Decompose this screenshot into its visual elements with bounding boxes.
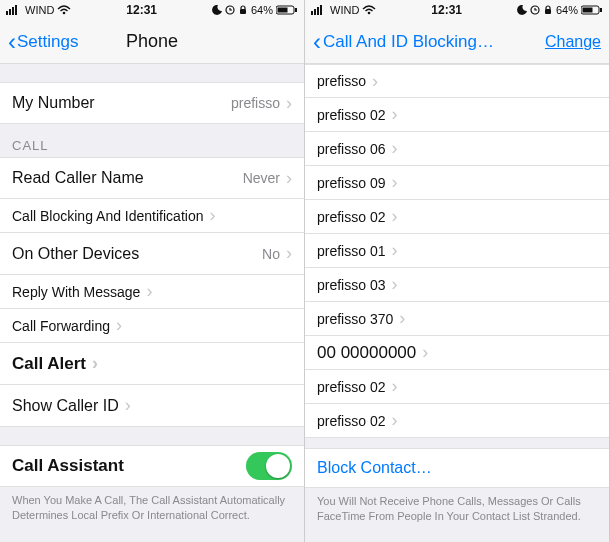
list-item[interactable]: prefisso 03› bbox=[305, 268, 609, 302]
label: prefisso 03 bbox=[317, 277, 385, 293]
signal-icon bbox=[6, 5, 22, 15]
chevron-right-icon: › bbox=[391, 240, 397, 261]
svg-rect-9 bbox=[295, 8, 297, 12]
blocked-list: prefisso› prefisso 02› prefisso 06› pref… bbox=[305, 64, 609, 542]
list-item[interactable]: prefisso 01› bbox=[305, 234, 609, 268]
carrier-label: WIND bbox=[330, 4, 359, 16]
list-item[interactable]: prefisso 06› bbox=[305, 132, 609, 166]
row-call-assistant[interactable]: Call Assistant bbox=[0, 445, 304, 487]
row-call-alert[interactable]: Call Alert › bbox=[0, 343, 304, 385]
phone-right: WIND 12:31 64% ‹ Call And ID Blocking… C… bbox=[305, 0, 610, 542]
label: Call Forwarding bbox=[12, 318, 110, 334]
label: prefisso 06 bbox=[317, 141, 385, 157]
svg-rect-19 bbox=[600, 8, 602, 12]
value: prefisso bbox=[231, 95, 280, 111]
section-header-calls: CALL bbox=[0, 124, 304, 157]
wifi-icon bbox=[362, 5, 376, 15]
row-my-number[interactable]: My Number prefisso › bbox=[0, 82, 304, 124]
status-time: 12:31 bbox=[431, 3, 462, 17]
label: Show Caller ID bbox=[12, 397, 119, 415]
chevron-right-icon: › bbox=[286, 93, 292, 114]
change-button[interactable]: Change bbox=[545, 33, 601, 51]
nav-bar: ‹ Call And ID Blocking… Change bbox=[305, 20, 609, 64]
row-other-devices[interactable]: On Other Devices No › bbox=[0, 233, 304, 275]
svg-rect-12 bbox=[317, 7, 319, 15]
battery-text: 64% bbox=[251, 4, 273, 16]
svg-rect-16 bbox=[545, 9, 551, 14]
carrier-label: WIND bbox=[25, 4, 54, 16]
chevron-right-icon: › bbox=[391, 104, 397, 125]
chevron-right-icon: › bbox=[146, 281, 152, 302]
chevron-right-icon: › bbox=[399, 308, 405, 329]
list-item[interactable]: prefisso 02› bbox=[305, 370, 609, 404]
label: prefisso 02 bbox=[317, 107, 385, 123]
phone-left: WIND 12:31 64% ‹ Settings Phone My Numbe… bbox=[0, 0, 305, 542]
label: My Number bbox=[12, 94, 95, 112]
list-item[interactable]: prefisso 370› bbox=[305, 302, 609, 336]
chevron-right-icon: › bbox=[391, 138, 397, 159]
chevron-right-icon: › bbox=[422, 342, 428, 363]
footer-text: When You Make A Call, The Call Assistant… bbox=[0, 487, 304, 533]
chevron-right-icon: › bbox=[209, 205, 215, 226]
content: My Number prefisso › CALL Read Caller Na… bbox=[0, 64, 304, 542]
chevron-right-icon: › bbox=[92, 353, 98, 374]
list-item[interactable]: prefisso 02› bbox=[305, 404, 609, 438]
battery-text: 64% bbox=[556, 4, 578, 16]
moon-icon bbox=[212, 5, 222, 15]
label: Reply With Message bbox=[12, 284, 140, 300]
svg-rect-8 bbox=[278, 8, 288, 13]
nav-bar: ‹ Settings Phone bbox=[0, 20, 304, 64]
value: Never bbox=[243, 170, 280, 186]
block-contact-button[interactable]: Block Contact… bbox=[305, 448, 609, 488]
svg-rect-2 bbox=[12, 7, 14, 15]
label: Call Alert bbox=[12, 354, 86, 374]
svg-rect-13 bbox=[320, 5, 322, 15]
row-call-forwarding[interactable]: Call Forwarding › bbox=[0, 309, 304, 343]
list-item[interactable]: 00 00000000› bbox=[305, 336, 609, 370]
svg-rect-1 bbox=[9, 9, 11, 15]
label: prefisso 370 bbox=[317, 311, 393, 327]
chevron-left-icon: ‹ bbox=[8, 30, 16, 54]
footer-text: You Will Not Receive Phone Calls, Messag… bbox=[305, 488, 609, 534]
label: 00 00000000 bbox=[317, 343, 416, 363]
wifi-icon bbox=[57, 5, 71, 15]
list-item[interactable]: prefisso 02› bbox=[305, 98, 609, 132]
svg-rect-0 bbox=[6, 11, 8, 15]
value: No bbox=[262, 246, 280, 262]
lock-icon bbox=[543, 5, 553, 15]
page-title: Call And ID Blocking… bbox=[323, 32, 494, 52]
moon-icon bbox=[517, 5, 527, 15]
call-assistant-switch[interactable] bbox=[246, 452, 292, 480]
row-show-caller-id[interactable]: Show Caller ID › bbox=[0, 385, 304, 427]
label: On Other Devices bbox=[12, 245, 139, 263]
label: prefisso 02 bbox=[317, 209, 385, 225]
row-call-blocking[interactable]: Call Blocking And Identification › bbox=[0, 199, 304, 233]
label: prefisso bbox=[317, 73, 366, 89]
chevron-right-icon: › bbox=[125, 395, 131, 416]
list-item[interactable]: prefisso 09› bbox=[305, 166, 609, 200]
svg-rect-18 bbox=[583, 8, 593, 13]
list-item[interactable]: prefisso 02› bbox=[305, 200, 609, 234]
chevron-right-icon: › bbox=[391, 206, 397, 227]
back-button[interactable]: ‹ Settings bbox=[8, 30, 78, 54]
chevron-right-icon: › bbox=[391, 274, 397, 295]
list-item[interactable]: prefisso› bbox=[305, 64, 609, 98]
svg-rect-10 bbox=[311, 11, 313, 15]
label: prefisso 01 bbox=[317, 243, 385, 259]
row-read-caller-name[interactable]: Read Caller Name Never › bbox=[0, 157, 304, 199]
alarm-icon bbox=[530, 5, 540, 15]
svg-rect-3 bbox=[15, 5, 17, 15]
svg-rect-6 bbox=[240, 9, 246, 14]
chevron-right-icon: › bbox=[391, 376, 397, 397]
status-time: 12:31 bbox=[126, 3, 157, 17]
row-reply-message[interactable]: Reply With Message › bbox=[0, 275, 304, 309]
label: prefisso 02 bbox=[317, 413, 385, 429]
label: prefisso 09 bbox=[317, 175, 385, 191]
chevron-right-icon: › bbox=[391, 172, 397, 193]
battery-icon bbox=[276, 5, 298, 15]
chevron-left-icon[interactable]: ‹ bbox=[313, 30, 321, 54]
lock-icon bbox=[238, 5, 248, 15]
battery-icon bbox=[581, 5, 603, 15]
label: Block Contact… bbox=[317, 459, 432, 477]
back-label: Settings bbox=[17, 32, 78, 52]
